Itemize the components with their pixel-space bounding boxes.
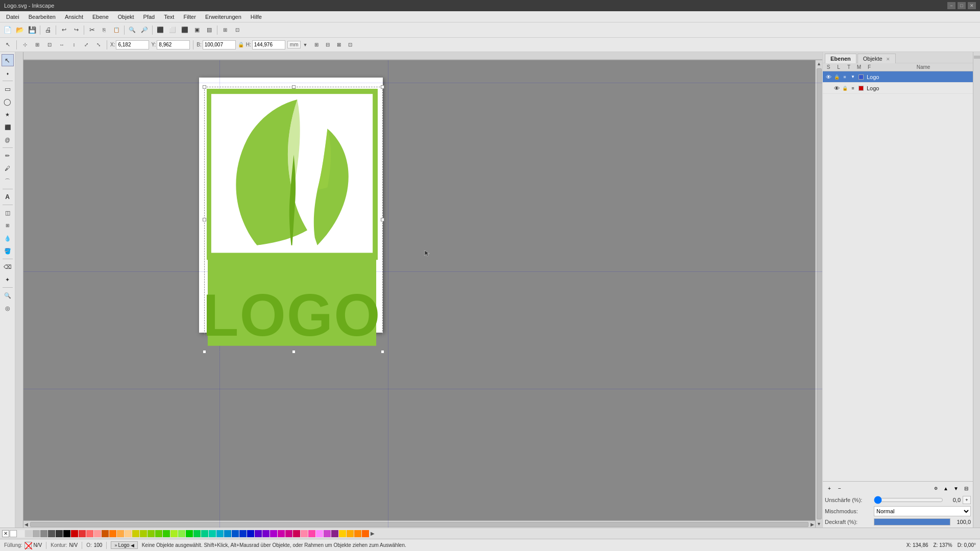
menu-filter[interactable]: Filter (179, 13, 200, 21)
palette-indigo[interactable] (255, 530, 262, 537)
palette-lightgreen[interactable] (178, 530, 185, 537)
palette-black[interactable] (63, 530, 70, 537)
menu-bearbeiten[interactable]: Bearbeiten (24, 13, 60, 21)
palette-lavender[interactable] (316, 530, 323, 537)
palette-gray2[interactable] (33, 530, 40, 537)
palette-pink[interactable] (94, 530, 101, 537)
palette-darkgray[interactable] (48, 530, 55, 537)
layer-collapse-button[interactable]: ⊟ (962, 484, 971, 493)
b-input[interactable] (203, 40, 236, 49)
palette-lightgray[interactable] (17, 530, 24, 537)
menu-ansicht[interactable]: Ansicht (61, 13, 87, 21)
snap-opt2[interactable]: ⊞ (32, 40, 42, 50)
palette-lightred[interactable] (86, 530, 93, 537)
snap-opt1[interactable]: ⊹ (20, 40, 30, 50)
no-color-swatch[interactable]: ✕ (2, 530, 9, 537)
align-right-button[interactable]: ⬛ (179, 24, 190, 36)
layer-down-button[interactable]: ▼ (951, 484, 961, 493)
select-tool[interactable]: ↖ (2, 54, 14, 66)
palette-lightrose[interactable] (301, 530, 308, 537)
snap-opt3[interactable]: ⊡ (44, 40, 55, 50)
palette-purple1[interactable] (262, 530, 270, 537)
bezier-tool[interactable]: 🖋 (2, 162, 14, 174)
copy-button[interactable]: ⎘ (99, 24, 110, 36)
palette-green1[interactable] (148, 530, 155, 537)
palette-magenta[interactable] (278, 530, 285, 537)
snap-opt7[interactable]: ⤡ (93, 40, 104, 50)
spray-tool[interactable]: ✦ (2, 273, 14, 286)
group-button[interactable]: ⊡ (232, 24, 243, 36)
palette-red2[interactable] (79, 530, 86, 537)
align-left-button[interactable]: ⬛ (155, 24, 166, 36)
vscroll-up[interactable]: ▲ (817, 60, 821, 67)
vscroll-down[interactable]: ▼ (817, 520, 821, 528)
palette-gray3[interactable] (40, 530, 47, 537)
blend-mode-select[interactable]: Normal Multiplizieren Aufhellen (874, 506, 971, 516)
paste-button[interactable]: 📋 (111, 24, 122, 36)
palette-white[interactable] (10, 530, 17, 537)
palette-red[interactable] (71, 530, 78, 537)
menu-erweiterungen[interactable]: Erweiterungen (201, 13, 246, 21)
palette-yellow[interactable] (339, 530, 346, 537)
snap-button[interactable]: ⊞ (219, 24, 231, 36)
eye-icon-logo-sub[interactable]: 👁 (833, 85, 840, 92)
redo-button[interactable]: ↪ (70, 24, 82, 36)
rect-tool[interactable]: ▭ (2, 83, 14, 95)
menu-hilfe[interactable]: Hilfe (247, 13, 266, 21)
snap-opt5[interactable]: ↕ (69, 40, 79, 50)
gradient-tool[interactable]: ◫ (2, 207, 14, 219)
maximize-button[interactable]: □ (958, 2, 966, 9)
lock-icon-logo[interactable]: 🔒 (833, 73, 840, 81)
view-opt3[interactable]: ⊠ (334, 40, 344, 50)
palette-puregreen[interactable] (186, 530, 193, 537)
palette-darkyellow[interactable] (132, 530, 139, 537)
palette-darkoran[interactable] (102, 530, 109, 537)
palette-limegreen[interactable] (170, 530, 178, 537)
blur-slider[interactable] (874, 497, 943, 503)
layer-row-logo-sub[interactable]: 👁 🔒 ≡ Logo (823, 83, 973, 94)
x-input[interactable] (116, 40, 149, 49)
palette-green3[interactable] (163, 530, 170, 537)
layer-up-button[interactable]: ▲ (941, 484, 950, 493)
palette-rose[interactable] (293, 530, 300, 537)
h-input[interactable] (252, 40, 285, 49)
zoom-in-button[interactable]: 🔍 (127, 24, 138, 36)
palette-peach[interactable] (125, 530, 132, 537)
palette-darkviolet[interactable] (331, 530, 338, 537)
text-tool[interactable]: A (2, 191, 14, 203)
tab-close-icon[interactable]: ✕ (886, 57, 890, 62)
palette-lightorange[interactable] (117, 530, 124, 537)
eye-icon-logo[interactable]: 👁 (825, 73, 832, 81)
hscroll-right[interactable]: ▶ (810, 522, 815, 527)
open-button[interactable]: 📂 (14, 24, 26, 36)
cut-button[interactable]: ✂ (86, 24, 97, 36)
menu-text[interactable]: Text (160, 13, 178, 21)
3d-tool[interactable]: ⬛ (2, 121, 14, 133)
y-input[interactable] (157, 40, 190, 49)
callig-tool[interactable]: ⌒ (2, 175, 14, 187)
palette-teal2[interactable] (209, 530, 216, 537)
add-layer-button[interactable]: + (825, 484, 834, 493)
view-opt2[interactable]: ⊟ (323, 40, 333, 50)
hscroll-thumb[interactable] (30, 522, 808, 527)
pencil-tool[interactable]: ✏ (2, 149, 14, 162)
menu-datei[interactable]: Datei (2, 13, 23, 21)
save-button[interactable]: 💾 (27, 24, 38, 36)
palette-purple2[interactable] (270, 530, 277, 537)
zoom-out-button[interactable]: 🔎 (139, 24, 150, 36)
view-opt1[interactable]: ⊞ (311, 40, 322, 50)
snap-opt6[interactable]: ⤢ (81, 40, 91, 50)
palette-deeporange[interactable] (362, 530, 369, 537)
star-tool[interactable]: ★ (2, 108, 14, 120)
palette-orange[interactable] (109, 530, 116, 537)
select-tool-indicator[interactable]: ↖ (2, 39, 13, 51)
tab-objekte[interactable]: Objekte ✕ (857, 54, 896, 63)
mesh-tool[interactable]: ⊞ (2, 219, 14, 232)
close-button[interactable]: ✕ (968, 2, 976, 9)
layer-expand-logo[interactable]: ▼ (849, 74, 856, 79)
palette-amber[interactable] (347, 530, 354, 537)
vscrollbar[interactable]: ▲ ▼ (815, 60, 822, 528)
layer-indicator[interactable]: » Logo ◀ (111, 541, 137, 549)
palette-scroll-right[interactable]: ▶ (370, 531, 376, 536)
canvas-area[interactable]: // ruler ticks via SVG text is done in J… (15, 52, 822, 528)
